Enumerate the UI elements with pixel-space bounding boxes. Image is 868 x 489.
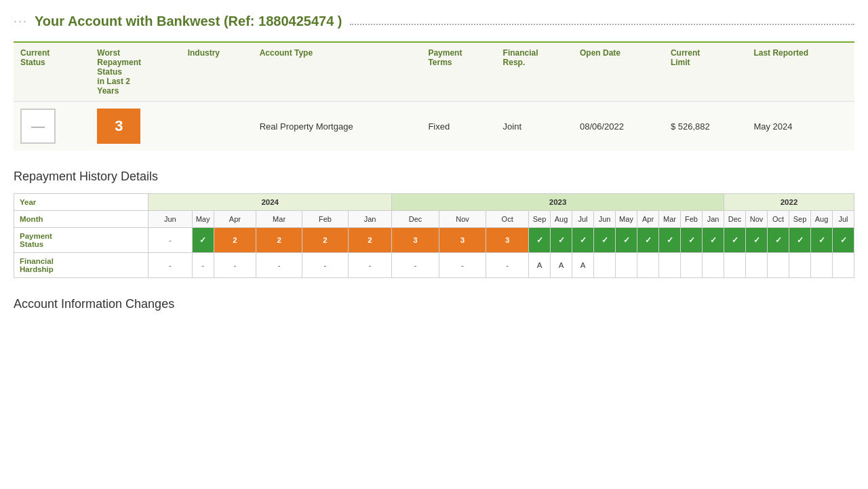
fh-aug-2022 — [811, 253, 833, 278]
fh-oct-2023: - — [486, 253, 529, 278]
ps-feb-2023: ✓ — [681, 228, 703, 253]
fh-jun-2024: - — [149, 253, 192, 278]
ps-jan-2024: 2 — [348, 228, 391, 253]
ps-may-2023: ✓ — [616, 228, 637, 253]
month-apr-2024: Apr — [214, 211, 256, 228]
month-jun-2024: Jun — [149, 211, 192, 228]
month-label: Month — [14, 211, 149, 228]
last-reported-cell: May 2024 — [747, 102, 854, 151]
month-apr-2023: Apr — [637, 211, 659, 228]
fh-sep-2023: A — [529, 253, 551, 278]
col-open-date: Open Date — [573, 42, 664, 102]
month-jul-2022: Jul — [833, 211, 854, 228]
year-header-row: Year 2024 2023 2022 — [14, 194, 854, 211]
ps-jun-2023: ✓ — [594, 228, 616, 253]
ps-dec-2022: ✓ — [724, 228, 746, 253]
col-last-reported: Last Reported — [747, 42, 854, 102]
ps-oct-2022: ✓ — [768, 228, 789, 253]
table-header-row: CurrentStatus WorstRepaymentStatusin Las… — [14, 42, 854, 102]
repayment-history-title: Repayment History Details — [14, 170, 854, 184]
month-sep-2022: Sep — [789, 211, 811, 228]
ps-feb-2024: 2 — [302, 228, 348, 253]
col-payment-terms: PaymentTerms — [421, 42, 496, 102]
worst-badge: 3 — [97, 109, 140, 144]
col-financial-resp: FinancialResp. — [496, 42, 573, 102]
status-dash-icon: — — [20, 109, 56, 144]
month-mar-2023: Mar — [659, 211, 681, 228]
ps-oct-2023: 3 — [486, 228, 529, 253]
year-2023-header: 2023 — [392, 194, 724, 211]
month-dec-2023: Dec — [392, 211, 439, 228]
fh-nov-2022 — [746, 253, 768, 278]
worst-cell: 3 — [90, 102, 180, 151]
month-jan-2024: Jan — [348, 211, 391, 228]
ps-aug-2023: ✓ — [551, 228, 572, 253]
col-account-type: Account Type — [253, 42, 422, 102]
fh-nov-2023: - — [439, 253, 486, 278]
month-sep-2023: Sep — [529, 211, 551, 228]
fh-feb-2024: - — [302, 253, 348, 278]
repayment-history-table: Year 2024 2023 2022 Month Jun May Apr Ma… — [14, 193, 854, 278]
ps-jun-2024: - — [149, 228, 192, 253]
fh-dec-2022 — [724, 253, 746, 278]
financial-resp-cell: Joint — [496, 102, 573, 151]
fh-may-2024: - — [192, 253, 214, 278]
col-current-limit: CurrentLimit — [664, 42, 747, 102]
month-jan-2023: Jan — [703, 211, 724, 228]
month-aug-2023: Aug — [551, 211, 572, 228]
fh-oct-2022 — [768, 253, 789, 278]
fh-apr-2024: - — [214, 253, 256, 278]
ps-mar-2023: ✓ — [659, 228, 681, 253]
col-worst: WorstRepaymentStatusin Last 2Years — [90, 42, 180, 102]
ps-dec-2023: 3 — [392, 228, 439, 253]
fh-jun-2023 — [594, 253, 616, 278]
fh-may-2023 — [616, 253, 637, 278]
account-row: — 3 Real Property Mortgage Fixed Joint 0… — [14, 102, 854, 151]
fh-aug-2023: A — [551, 253, 572, 278]
ps-nov-2023: 3 — [439, 228, 486, 253]
fh-jul-2022 — [833, 253, 854, 278]
col-current-status: CurrentStatus — [14, 42, 90, 102]
month-may-2023: May — [616, 211, 637, 228]
page-title: Your Account with Bankwest (Ref: 1880425… — [35, 14, 342, 29]
dotted-line — [350, 18, 854, 25]
month-aug-2022: Aug — [811, 211, 833, 228]
year-label: Year — [14, 194, 149, 211]
month-nov-2022: Nov — [746, 211, 768, 228]
ps-sep-2022: ✓ — [789, 228, 811, 253]
page-header: ··· Your Account with Bankwest (Ref: 188… — [14, 14, 854, 29]
fh-jan-2024: - — [348, 253, 391, 278]
fh-mar-2024: - — [256, 253, 302, 278]
industry-cell — [181, 102, 253, 151]
month-oct-2022: Oct — [768, 211, 789, 228]
month-oct-2023: Oct — [486, 211, 529, 228]
payment-terms-cell: Fixed — [421, 102, 496, 151]
financial-hardship-label: FinancialHardship — [14, 253, 149, 278]
dots-left-icon: ··· — [14, 14, 28, 28]
account-summary-table: CurrentStatus WorstRepaymentStatusin Las… — [14, 41, 854, 151]
fh-feb-2023 — [681, 253, 703, 278]
fh-jan-2023 — [703, 253, 724, 278]
ps-apr-2024: 2 — [214, 228, 256, 253]
payment-status-label: PaymentStatus — [14, 228, 149, 253]
month-feb-2023: Feb — [681, 211, 703, 228]
fh-mar-2023 — [659, 253, 681, 278]
payment-status-row: PaymentStatus - ✓ 2 2 2 2 3 3 3 ✓ ✓ ✓ ✓ … — [14, 228, 854, 253]
ps-apr-2023: ✓ — [637, 228, 659, 253]
ps-sep-2023: ✓ — [529, 228, 551, 253]
fh-jul-2023: A — [572, 253, 594, 278]
current-limit-cell: $ 526,882 — [664, 102, 747, 151]
ps-jan-2023: ✓ — [703, 228, 724, 253]
ps-aug-2022: ✓ — [811, 228, 833, 253]
month-nov-2023: Nov — [439, 211, 486, 228]
ps-mar-2024: 2 — [256, 228, 302, 253]
month-dec-2022: Dec — [724, 211, 746, 228]
month-feb-2024: Feb — [302, 211, 348, 228]
fh-dec-2023: - — [392, 253, 439, 278]
fh-apr-2023 — [637, 253, 659, 278]
ps-may-2024: ✓ — [192, 228, 214, 253]
account-changes-title: Account Information Changes — [14, 297, 854, 311]
open-date-cell: 08/06/2022 — [573, 102, 664, 151]
month-mar-2024: Mar — [256, 211, 302, 228]
month-header-row: Month Jun May Apr Mar Feb Jan Dec Nov Oc… — [14, 211, 854, 228]
